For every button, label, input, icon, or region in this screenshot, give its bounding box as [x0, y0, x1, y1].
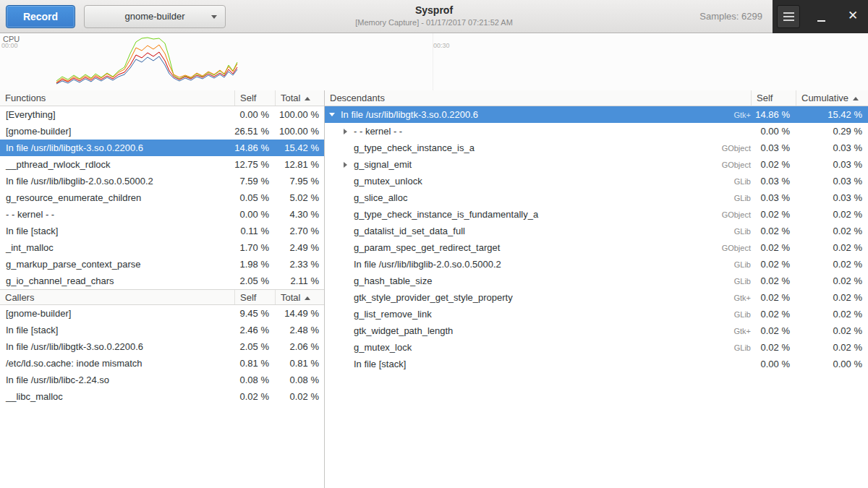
- table-row[interactable]: g_type_check_instance_is_fundamentally_a…: [325, 206, 868, 223]
- table-row[interactable]: g_io_channel_read_chars2.05 %2.11 %: [0, 273, 324, 289]
- functions-table-header: Functions Self Total: [0, 90, 324, 106]
- close-button[interactable]: ✕: [841, 0, 865, 33]
- table-row[interactable]: gtk_widget_path_lengthGtk+0.02 %0.02 %: [325, 322, 868, 339]
- table-row[interactable]: In file /usr/lib/libglib-2.0.so.0.5000.2…: [325, 256, 868, 273]
- record-button[interactable]: Record: [6, 5, 75, 28]
- column-header-self[interactable]: Self: [234, 90, 275, 106]
- table-row[interactable]: g_mutex_unlockGLib0.03 %0.03 %: [325, 173, 868, 189]
- expander-spacer: [341, 273, 351, 289]
- column-header-total[interactable]: Total: [275, 290, 324, 304]
- total-value: 0.08 %: [275, 374, 324, 385]
- column-header-self[interactable]: Self: [234, 290, 275, 304]
- cumulative-value: 0.03 %: [796, 176, 868, 187]
- self-value: 0.02 %: [751, 209, 796, 220]
- self-value: 0.00 %: [751, 359, 796, 369]
- table-row[interactable]: __libc_malloc0.02 %0.02 %: [0, 388, 324, 405]
- close-icon: ✕: [848, 9, 858, 22]
- column-header-cumulative[interactable]: Cumulative: [796, 90, 868, 106]
- expander-spacer: [341, 223, 351, 239]
- total-value: 12.81 %: [275, 159, 324, 170]
- cumulative-value: 0.02 %: [796, 309, 868, 320]
- total-value: 100.00 %: [275, 109, 324, 120]
- total-value: 0.02 %: [275, 391, 324, 402]
- column-header-functions[interactable]: Functions: [0, 90, 234, 106]
- table-row[interactable]: In file /usr/lib/libgtk-3.so.0.2200.614.…: [0, 140, 324, 156]
- table-row[interactable]: g_mutex_lockGLib0.02 %0.02 %: [325, 339, 868, 356]
- function-name: __pthread_rwlock_rdlock: [0, 159, 234, 170]
- header-bar: Record gnome-builder Sysprof [Memory Cap…: [0, 0, 868, 33]
- total-value: 2.06 %: [275, 341, 324, 352]
- total-value: 2.49 %: [275, 242, 324, 253]
- table-row[interactable]: In file /usr/lib/libc-2.24.so0.08 %0.08 …: [0, 372, 324, 388]
- function-name: In file /usr/lib/libgtk-3.so.0.2200.6: [0, 341, 234, 352]
- table-row[interactable]: - - kernel - -0.00 %4.30 %: [0, 206, 324, 223]
- table-row[interactable]: In file [stack]0.00 %0.00 %: [325, 356, 868, 372]
- process-selector-dropdown[interactable]: gnome-builder: [84, 5, 226, 28]
- table-row[interactable]: [gnome-builder]26.51 %100.00 %: [0, 123, 324, 140]
- table-row[interactable]: g_resource_enumerate_children0.05 %5.02 …: [0, 189, 324, 206]
- function-name: g_signal_emit: [351, 159, 693, 170]
- expander-spacer: [341, 189, 351, 206]
- table-row[interactable]: g_param_spec_get_redirect_targetGObject0…: [325, 239, 868, 256]
- column-header-callers[interactable]: Callers: [0, 290, 234, 304]
- column-header-total[interactable]: Total: [275, 90, 324, 106]
- expander-icon[interactable]: [328, 106, 338, 123]
- self-value: 2.05 %: [234, 275, 275, 286]
- table-row[interactable]: g_list_remove_linkGLib0.02 %0.02 %: [325, 306, 868, 322]
- cumulative-value: 0.02 %: [796, 325, 868, 336]
- table-row[interactable]: In file [stack]0.11 %2.70 %: [0, 223, 324, 239]
- self-value: 0.02 %: [751, 325, 796, 336]
- function-name: - - kernel - -: [351, 126, 693, 137]
- column-header-self[interactable]: Self: [751, 90, 796, 106]
- self-value: 2.46 %: [234, 325, 275, 335]
- table-row[interactable]: In file /usr/lib/libgtk-3.so.0.2200.6Gtk…: [325, 106, 868, 123]
- window-title: Sysprof: [239, 4, 629, 16]
- cumulative-value: 0.02 %: [796, 275, 868, 286]
- table-row[interactable]: In file /usr/lib/libgtk-3.so.0.2200.62.0…: [0, 338, 324, 355]
- column-header-descendants[interactable]: Descendants: [325, 90, 751, 106]
- table-row[interactable]: g_hash_table_sizeGLib0.02 %0.02 %: [325, 273, 868, 289]
- expander-spacer: [341, 239, 351, 256]
- table-row[interactable]: g_datalist_id_set_data_fullGLib0.02 %0.0…: [325, 223, 868, 239]
- total-value: 7.95 %: [275, 176, 324, 187]
- table-row[interactable]: gtk_style_provider_get_style_propertyGtk…: [325, 289, 868, 306]
- table-row[interactable]: In file [stack]2.46 %2.48 %: [0, 322, 324, 338]
- expander-spacer: [341, 339, 351, 356]
- expander-spacer: [341, 256, 351, 273]
- minimize-button[interactable]: [810, 0, 833, 33]
- expander-icon[interactable]: [341, 156, 351, 173]
- function-name: [gnome-builder]: [0, 308, 234, 319]
- table-row[interactable]: g_slice_allocGLib0.03 %0.03 %: [325, 189, 868, 206]
- function-name: g_type_check_instance_is_a: [351, 142, 693, 153]
- functions-table: [Everything]0.00 %100.00 %[gnome-builder…: [0, 106, 324, 289]
- self-value: 0.02 %: [751, 259, 796, 270]
- table-row[interactable]: [gnome-builder]9.45 %14.49 %: [0, 305, 324, 322]
- sort-indicator-icon: [305, 296, 310, 300]
- self-value: 0.02 %: [751, 242, 796, 253]
- table-row[interactable]: g_markup_parse_context_parse1.98 %2.33 %: [0, 256, 324, 273]
- expander-spacer: [341, 289, 351, 306]
- descendants-table: In file /usr/lib/libgtk-3.so.0.2200.6Gtk…: [325, 106, 868, 372]
- table-row[interactable]: [Everything]0.00 %100.00 %: [0, 106, 324, 123]
- table-row[interactable]: g_type_check_instance_is_aGObject0.03 %0…: [325, 140, 868, 156]
- cumulative-value: 0.02 %: [796, 242, 868, 253]
- table-row[interactable]: _int_malloc1.70 %2.49 %: [0, 239, 324, 256]
- time-tick-mid: 00:30: [433, 42, 450, 49]
- self-value: 1.70 %: [234, 242, 275, 253]
- table-row[interactable]: g_signal_emitGObject0.02 %0.03 %: [325, 156, 868, 173]
- self-value: 14.86 %: [751, 109, 796, 120]
- cumulative-value: 0.02 %: [796, 226, 868, 236]
- function-name: In file /usr/lib/libc-2.24.so: [0, 374, 234, 385]
- cpu-graph-panel[interactable]: CPU 00:00 00:30: [0, 33, 868, 90]
- self-value: 0.03 %: [751, 176, 796, 187]
- menu-button[interactable]: [777, 5, 800, 28]
- self-value: 0.05 %: [234, 192, 275, 203]
- table-row[interactable]: In file /usr/lib/libglib-2.0.so.0.5000.2…: [0, 173, 324, 189]
- table-row[interactable]: /etc/ld.so.cache: inode mismatch0.81 %0.…: [0, 355, 324, 372]
- table-row[interactable]: - - kernel - -0.00 %0.29 %: [325, 123, 868, 140]
- expander-icon[interactable]: [341, 123, 351, 140]
- expander-spacer: [341, 306, 351, 322]
- library-label: GObject: [693, 244, 751, 252]
- process-selector-label: gnome-builder: [124, 11, 184, 22]
- table-row[interactable]: __pthread_rwlock_rdlock12.75 %12.81 %: [0, 156, 324, 173]
